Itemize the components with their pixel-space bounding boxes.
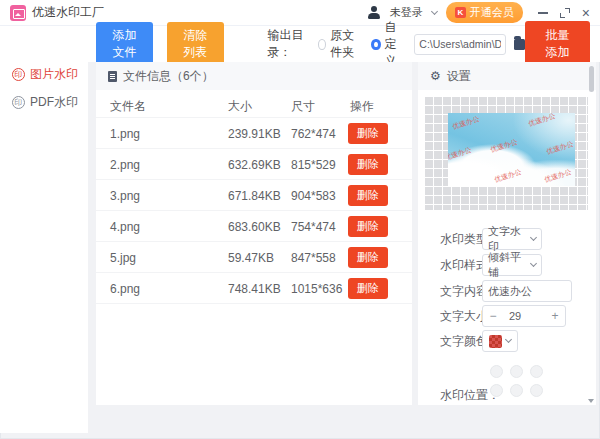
- sidebar-item-pdf-watermark[interactable]: 印 PDF水印: [0, 88, 88, 116]
- cell-dimensions: 754*474: [291, 220, 336, 234]
- close-icon[interactable]: ×: [582, 8, 590, 18]
- text-content-row: 文字内容：: [418, 280, 596, 302]
- chevron-down-icon: [530, 260, 537, 267]
- document-icon: [108, 71, 117, 82]
- cell-size: 748.41KB: [228, 282, 281, 296]
- app-title: 优速水印工厂: [32, 4, 104, 21]
- cell-filename: 1.png: [110, 127, 140, 141]
- chevron-down-icon: [505, 336, 512, 343]
- column-dimensions: 尺寸: [291, 98, 315, 115]
- titlebar: 优速水印工厂 未登录 K 开通会员 ×: [0, 0, 600, 26]
- delete-button[interactable]: 删除: [348, 278, 388, 299]
- app-logo-icon: [10, 5, 26, 21]
- clear-list-button[interactable]: 清除列表: [167, 22, 224, 66]
- radio-original-folder[interactable]: 原文件夹: [318, 27, 361, 61]
- delete-button[interactable]: 删除: [348, 123, 388, 144]
- column-size: 大小: [228, 98, 252, 115]
- minus-icon[interactable]: −: [483, 309, 503, 323]
- sidebar-item-image-watermark[interactable]: 印 图片水印: [0, 60, 88, 88]
- table-row: 1.png 239.91KB 762*474 删除: [96, 118, 412, 149]
- table-row: 5.jpg 59.47KB 847*558 删除: [96, 242, 412, 273]
- cell-size: 671.84KB: [228, 189, 281, 203]
- chevron-down-icon[interactable]: [431, 7, 438, 14]
- watermark-style-row: 水印样式： 倾斜平铺: [418, 254, 596, 276]
- cell-size: 239.91KB: [228, 127, 281, 141]
- watermark-text: 优速办公: [527, 113, 557, 129]
- text-size-stepper: − 29 +: [482, 305, 566, 327]
- settings-panel: ⚙ 设置 优速办公 优速办公 优速办公 优速办公 优速办公 优速办公 优速办公 …: [418, 62, 596, 405]
- text-content-input[interactable]: [482, 280, 572, 302]
- app-window: 优速水印工厂 未登录 K 开通会员 × 印 图片水印 印 PDF水印: [0, 0, 600, 439]
- settings-title: 设置: [447, 68, 471, 85]
- minimize-icon[interactable]: [538, 12, 548, 14]
- watermark-text: 优速办公: [448, 145, 473, 163]
- scroll-down-icon[interactable]: [588, 399, 594, 403]
- position-radio[interactable]: [510, 384, 523, 397]
- file-panel-title: 文件信息（6个）: [123, 68, 214, 85]
- position-radio[interactable]: [530, 384, 543, 397]
- table-header: 文件名 大小 尺寸 操作: [96, 90, 412, 118]
- cell-dimensions: 762*474: [291, 127, 336, 141]
- batch-add-button[interactable]: 批量添加: [525, 21, 590, 67]
- output-path-input[interactable]: [414, 34, 506, 55]
- table-row: 2.png 632.69KB 815*529 删除: [96, 149, 412, 180]
- plus-icon[interactable]: +: [545, 309, 565, 323]
- stamp-icon: 印: [12, 68, 25, 81]
- cell-filename: 5.jpg: [110, 251, 136, 265]
- watermark-text: 优速办公: [493, 167, 523, 185]
- gear-icon: ⚙: [430, 70, 441, 82]
- cell-dimensions: 1015*636: [291, 282, 342, 296]
- watermark-type-row: 水印类型： 文字水印: [418, 228, 596, 250]
- file-panel-header: 文件信息（6个）: [96, 62, 412, 90]
- text-color-picker[interactable]: [482, 330, 518, 352]
- radio-unchecked-icon[interactable]: [318, 39, 326, 50]
- watermark-type-select[interactable]: 文字水印: [482, 228, 542, 250]
- position-radio[interactable]: [530, 365, 543, 378]
- table-row: 4.png 683.60KB 754*474 删除: [96, 211, 412, 242]
- preview-transparency-background: 优速办公 优速办公 优速办公 优速办公 优速办公 优速办公 优速办公: [424, 96, 588, 210]
- sidebar: 印 图片水印 印 PDF水印: [0, 26, 88, 433]
- cell-dimensions: 904*583: [291, 189, 336, 203]
- position-radio[interactable]: [490, 384, 503, 397]
- color-swatch: [489, 335, 502, 348]
- cell-filename: 4.png: [110, 220, 140, 234]
- cell-filename: 6.png: [110, 282, 140, 296]
- column-action: 操作: [350, 98, 374, 115]
- table-row: 3.png 671.84KB 904*583 删除: [96, 180, 412, 211]
- radio-original-label: 原文件夹: [330, 27, 361, 61]
- position-radio[interactable]: [510, 365, 523, 378]
- cell-size: 59.47KB: [228, 251, 274, 265]
- folder-browse-icon[interactable]: [514, 39, 525, 50]
- scrollbar-thumb[interactable]: [589, 66, 594, 92]
- settings-scrollbar[interactable]: [588, 64, 594, 403]
- sidebar-item-label: 图片水印: [30, 66, 78, 83]
- cell-size: 683.60KB: [228, 220, 281, 234]
- maximize-icon[interactable]: [560, 8, 570, 18]
- column-filename: 文件名: [110, 98, 146, 115]
- cell-dimensions: 815*529: [291, 158, 336, 172]
- output-dir-label: 输出目录：: [268, 27, 309, 61]
- delete-button[interactable]: 删除: [348, 216, 388, 237]
- watermark-style-select[interactable]: 倾斜平铺: [482, 254, 542, 276]
- text-size-value[interactable]: 29: [503, 310, 545, 322]
- watermark-preview-image: 优速办公 优速办公 优速办公 优速办公 优速办公 优速办公 优速办公: [448, 113, 575, 186]
- toolbar: 添加文件 清除列表 输出目录： 原文件夹 自定义 批量添加: [88, 26, 600, 62]
- delete-button[interactable]: 删除: [348, 185, 388, 206]
- delete-button[interactable]: 删除: [348, 154, 388, 175]
- user-account-icon[interactable]: [368, 6, 381, 19]
- delete-button[interactable]: 删除: [348, 247, 388, 268]
- watermark-text: 优速办公: [489, 137, 519, 155]
- text-size-row: 文字大小： − 29 +: [418, 305, 596, 327]
- vip-label: 开通会员: [470, 5, 514, 20]
- add-files-button[interactable]: 添加文件: [96, 22, 153, 66]
- text-color-row: 文字颜色：: [418, 330, 596, 352]
- radio-checked-icon[interactable]: [371, 39, 380, 50]
- cell-filename: 2.png: [110, 158, 140, 172]
- open-vip-button[interactable]: K 开通会员: [446, 2, 523, 23]
- cell-filename: 3.png: [110, 189, 140, 203]
- stamp-icon: 印: [12, 96, 25, 109]
- vip-badge-icon: K: [455, 7, 466, 18]
- settings-header: ⚙ 设置: [418, 62, 596, 90]
- position-radio[interactable]: [490, 365, 503, 378]
- file-list-panel: 文件信息（6个） 文件名 大小 尺寸 操作 1.png 239.91KB 762…: [96, 62, 412, 405]
